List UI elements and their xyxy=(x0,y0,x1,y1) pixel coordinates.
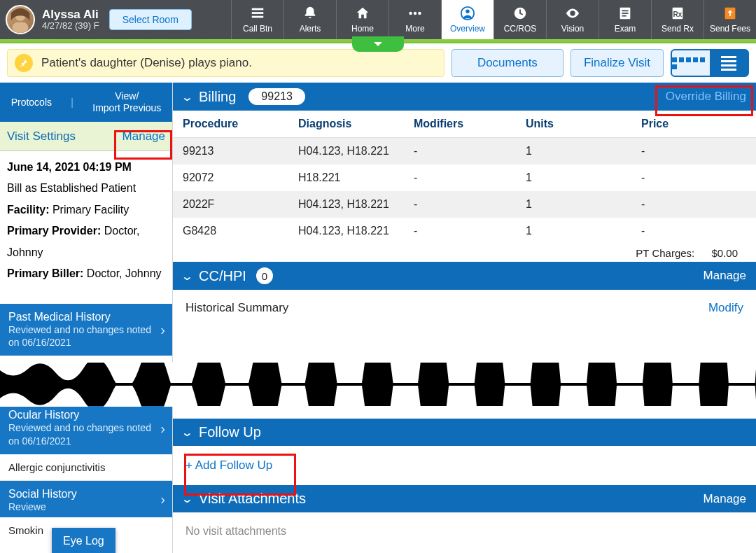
patient-info: Alyssa Ali 4/27/82 (39) F xyxy=(42,8,99,31)
grid-icon xyxy=(672,57,710,69)
view-import-link[interactable]: View/ Import Previous xyxy=(90,90,164,114)
list-icon xyxy=(721,56,736,71)
cchpi-header[interactable]: ⌄ CC/HPI 0 Manage xyxy=(173,262,756,290)
patient-note-text: Patient's daughter (Denise) plays piano. xyxy=(41,56,252,70)
patient-meta: 4/27/82 (39) F xyxy=(42,21,99,31)
nav-label: CC/ROS xyxy=(504,24,537,34)
cchpi-manage-link[interactable]: Manage xyxy=(704,269,746,283)
billing-code-pill[interactable]: 99213 xyxy=(248,88,305,105)
facility-row: Facility: Primary Facility xyxy=(7,200,165,220)
svg-rect-3 xyxy=(252,12,264,14)
cchpi-count: 0 xyxy=(256,267,273,284)
billing-table: Procedure Diagnosis Modifiers Units Pric… xyxy=(173,111,756,244)
svg-point-5 xyxy=(409,12,412,15)
cchpi-title: CC/HPI xyxy=(199,268,246,284)
home-icon xyxy=(355,6,370,21)
nav-exam[interactable]: Exam xyxy=(598,0,651,39)
nav-ccros[interactable]: CC/ROS xyxy=(493,0,546,39)
nav-home[interactable]: Home xyxy=(336,0,388,39)
chevron-down-icon: ⌄ xyxy=(181,270,193,283)
svg-rect-4 xyxy=(252,16,264,18)
historical-summary-row: Historical Summary Modify xyxy=(173,290,756,322)
table-row[interactable]: 2022FH04.123, H18.221-1- xyxy=(173,191,756,218)
svg-point-9 xyxy=(465,10,470,14)
bell-icon xyxy=(302,6,318,21)
billing-header[interactable]: ⌄ Billing 99213 Override Billing xyxy=(173,83,756,111)
patient-name: Alyssa Ali xyxy=(42,8,99,22)
document-icon xyxy=(617,6,633,21)
allergic-item[interactable]: Allergic conjunctivitis xyxy=(0,454,172,481)
historical-label: Historical Summary xyxy=(186,301,288,315)
pin-icon xyxy=(15,54,33,72)
nav-alerts[interactable]: Alerts xyxy=(284,0,336,39)
grid-view-button[interactable] xyxy=(672,50,710,76)
svg-rect-12 xyxy=(622,10,628,11)
col-modifiers: Modifiers xyxy=(404,111,516,138)
patient-note-bar[interactable]: Patient's daughter (Denise) plays piano. xyxy=(7,49,444,77)
pmh-sub: Reviewed and no changes noted on 06/16/2… xyxy=(8,323,164,349)
chevron-right-icon: › xyxy=(160,491,165,507)
add-followup-link[interactable]: + Add Follow Up xyxy=(186,458,272,472)
svg-rect-1 xyxy=(13,22,29,33)
col-diagnosis: Diagnosis xyxy=(288,111,404,138)
followup-header[interactable]: ⌄ Follow Up xyxy=(173,419,756,446)
clock-icon xyxy=(512,6,528,21)
list-view-button[interactable] xyxy=(710,50,748,76)
eye-log-popover[interactable]: Eye Log xyxy=(52,528,115,553)
chevron-down-icon: ⌄ xyxy=(181,90,193,104)
nav-label: Home xyxy=(351,24,374,34)
followup-body: + Add Follow Up xyxy=(173,446,756,485)
main: Protocols | View/ Import Previous Visit … xyxy=(0,83,756,553)
nav-send-rx[interactable]: Rx Send Rx xyxy=(651,0,704,39)
modify-link[interactable]: Modify xyxy=(708,301,743,315)
dots-icon xyxy=(407,6,423,21)
documents-button[interactable]: Documents xyxy=(451,49,564,77)
bill-as: Bill as Established Patient xyxy=(7,178,165,199)
nav-label: More xyxy=(405,24,424,34)
send-fees-icon xyxy=(722,6,738,21)
nav-vision[interactable]: Vision xyxy=(546,0,598,39)
charges-row: PT Charges: $0.00 xyxy=(173,244,756,262)
social-title: Social History xyxy=(8,488,164,500)
manage-link[interactable]: Manage xyxy=(122,130,165,144)
top-toolbar: Alyssa Ali 4/27/82 (39) F Select Room Ca… xyxy=(0,0,756,39)
visit-settings-label: Visit Settings xyxy=(7,130,76,144)
chevron-right-icon: › xyxy=(160,322,165,338)
pmh-panel[interactable]: Past Medical History Reviewed and no cha… xyxy=(0,304,172,356)
nav-label: Call Btn xyxy=(243,24,272,34)
attachments-header[interactable]: ⌄ Visit Attachments Manage xyxy=(173,485,756,512)
dropdown-handle[interactable] xyxy=(352,36,404,52)
charges-label: PT Charges: xyxy=(636,247,694,259)
finalize-visit-button[interactable]: Finalize Visit xyxy=(570,49,664,77)
eye-icon xyxy=(565,6,580,21)
svg-rect-14 xyxy=(622,15,626,17)
page-tear-graphic xyxy=(0,363,756,406)
separator: | xyxy=(71,97,74,108)
nav-overview[interactable]: Overview xyxy=(441,0,493,39)
nav-label: Send Rx xyxy=(662,24,694,34)
protocols-link[interactable]: Protocols xyxy=(8,97,55,108)
green-strip xyxy=(0,39,756,43)
avatar[interactable] xyxy=(6,5,35,34)
primary-biller-row: Primary Biller: Doctor, Johnny xyxy=(7,263,165,297)
override-billing-link[interactable]: Override Billing xyxy=(666,90,746,104)
nav-more[interactable]: More xyxy=(388,0,441,39)
table-row[interactable]: 99213H04.123, H18.221-1- xyxy=(173,138,756,165)
table-row[interactable]: G8428H04.123, H18.221-1- xyxy=(173,218,756,244)
visit-settings-body: June 14, 2021 04:19 PM Bill as Establish… xyxy=(0,151,172,304)
col-units: Units xyxy=(516,111,631,138)
nav-send-fees[interactable]: Send Fees xyxy=(704,0,756,39)
chevron-down-icon xyxy=(372,40,384,48)
select-room-button[interactable]: Select Room xyxy=(109,9,192,30)
ocular-panel[interactable]: Ocular History Reviewed and no changes n… xyxy=(0,402,172,454)
col-price: Price xyxy=(631,111,756,138)
visit-settings-row: Visit Settings Manage xyxy=(0,122,172,151)
table-row[interactable]: 92072H18.221-1- xyxy=(173,164,756,191)
followup-title: Follow Up xyxy=(199,424,261,440)
social-panel[interactable]: Social History Reviewe › xyxy=(0,481,172,517)
pmh-title: Past Medical History xyxy=(8,311,164,323)
nav-call-btn[interactable]: Call Btn xyxy=(231,0,284,39)
sidebar: Protocols | View/ Import Previous Visit … xyxy=(0,83,173,553)
nav-label: Send Fees xyxy=(710,24,750,34)
attachments-manage-link[interactable]: Manage xyxy=(704,492,746,506)
